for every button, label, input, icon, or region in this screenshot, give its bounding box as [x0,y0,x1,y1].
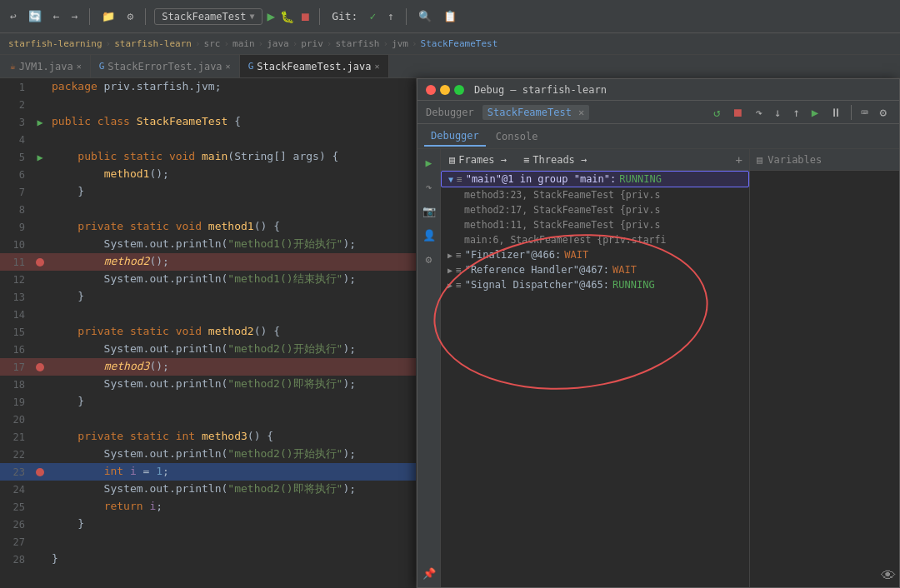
breakpoint-11[interactable] [36,258,44,267]
run-config[interactable]: StackFeameTest ▼ [154,8,262,25]
add-thread-button[interactable]: + [736,153,742,167]
back-icon[interactable]: ← [50,8,63,24]
stop-button[interactable]: ⏹ [299,10,311,23]
bc-priv[interactable]: priv [301,38,323,49]
bc-file[interactable]: StackFeameTest [421,38,498,49]
code-editor[interactable]: 1 package priv.starfish.jvm; 2 3 ▶ publi… [0,78,417,588]
variables-content [750,171,899,563]
code-line-15: 15 private static void method2() { [0,323,416,341]
thread-finalizer[interactable]: ▶ ≡ "Finalizer"@466: WAIT [441,247,749,262]
debug-button[interactable]: 🐛 [280,10,294,23]
watches-toggle-icon[interactable]: 👁 [881,566,896,584]
search-icon[interactable]: 🔍 [415,8,435,24]
debug-settings-icon[interactable]: ⚙ [876,104,891,121]
frame-main-text: main:6, StackFeameTest {priv.starfi [464,234,666,246]
debug-side-pin-icon[interactable]: 📌 [420,565,438,582]
bc-project[interactable]: starfish-learn [114,38,192,49]
code-line-26: 26 } [0,516,416,533]
code-line-20: 20 [0,411,416,428]
code-line-13: 13 } [0,288,416,306]
frame-main[interactable]: main:6, StackFeameTest {priv.starfi [441,232,749,247]
thread-main[interactable]: ▼ ≡ "main"@1 in group "main": RUNNING [441,171,749,187]
undo-icon[interactable]: ↩ [7,8,20,24]
debug-session-tab[interactable]: StackFeameTest ✕ [482,105,589,120]
thread-sigdispatcher[interactable]: ▶ ≡ "Signal Dispatcher"@465: RUNNING [441,277,749,292]
settings-icon[interactable]: ⚙ [123,8,137,24]
file-tabs: ☕ JVM1.java ✕ G StackErrorTest.java ✕ G … [0,55,900,78]
git-update[interactable]: ↑ [384,8,398,24]
tab-frames[interactable]: ▤ Frames → [448,151,508,169]
bc-java[interactable]: java [267,38,289,49]
bc-root[interactable]: starfish-learning [8,38,102,49]
tab-stackerror[interactable]: G StackErrorTest.java ✕ [91,55,240,77]
debug-step-out-icon[interactable]: ↑ [788,104,803,121]
bc-jvm[interactable]: jvm [392,38,408,49]
close-traffic-light[interactable] [426,85,436,95]
sep2 [145,8,146,25]
thread-refhandler-eq: ≡ [456,265,462,276]
tab-stackfeame[interactable]: G StackFeameTest.java ✕ [240,55,389,77]
debug-side-camera-icon[interactable]: 📷 [420,202,438,220]
session-close-icon[interactable]: ✕ [578,107,584,118]
close-tab-stackerror[interactable]: ✕ [226,62,231,71]
bc-main[interactable]: main [232,38,255,49]
frames-icon: ▤ [449,154,455,166]
frame-method1-text: method1:11, StackFeameTest {priv.s [464,219,660,231]
code-line-3: 3 ▶ public class StackFeameTest { [0,113,416,131]
debug-side-step-icon[interactable]: ↷ [423,178,435,196]
close-tab-jvm1[interactable]: ✕ [77,62,82,71]
debug-evaluate-icon[interactable]: ⌨ [857,104,872,121]
sep4 [406,8,407,25]
tab-jvm1[interactable]: ☕ JVM1.java ✕ [2,55,91,77]
thread-sigdispatcher-expand[interactable]: ▶ [448,281,452,290]
debug-session-header: Debugger StackFeameTest ✕ ↺ ⏹ ↷ ↓ ↑ ▶ ⏸ … [418,101,899,124]
folder-icon[interactable]: 📁 [98,8,118,24]
frame-method1[interactable]: method1:11, StackFeameTest {priv.s [441,217,749,232]
code-line-5: 5 ▶ public static void main(String[] arg… [0,148,416,166]
layout-icon[interactable]: 📋 [440,8,460,24]
tab-console[interactable]: Console [489,127,545,146]
breakpoint-23[interactable] [36,468,44,476]
run-button[interactable]: ▶ [268,8,276,24]
thread-refhandler[interactable]: ▶ ≡ "Reference Handler"@467: WAIT [441,262,749,277]
code-line-17: 17 method3(); [0,358,416,376]
maximize-traffic-light[interactable] [454,85,464,95]
tab-debugger[interactable]: Debugger [424,127,486,147]
debug-titlebar: Debug – starfish-learn [418,79,899,101]
frame-method2[interactable]: method2:17, StackFeameTest {priv.s [441,202,749,217]
traffic-lights [426,85,464,95]
code-line-22: 22 System.out.println("method2()开始执行"); [0,446,416,463]
code-line-28: 28 } [0,551,416,568]
code-lines: 1 package priv.starfish.jvm; 2 3 ▶ publi… [0,78,416,568]
refresh-icon[interactable]: 🔄 [25,8,45,24]
thread-finalizer-expand[interactable]: ▶ [448,251,452,260]
bc-src[interactable]: src [204,38,221,49]
thread-refhandler-expand[interactable]: ▶ [448,266,452,275]
tab-threads[interactable]: ≡ Threads → [522,151,588,169]
variables-header: ▤ Variables [750,149,899,171]
debug-stop-icon[interactable]: ⏹ [728,104,748,121]
forward-icon[interactable]: → [68,8,82,24]
debug-step-over-icon[interactable]: ↷ [751,104,766,121]
thread-finalizer-eq: ≡ [456,250,462,261]
frame-method3[interactable]: method3:23, StackFeameTest {priv.s [441,187,749,202]
debug-pause-icon[interactable]: ⏸ [826,104,846,121]
minimize-traffic-light[interactable] [440,85,450,95]
breakpoint-17[interactable] [36,363,44,371]
close-tab-stackfeame[interactable]: ✕ [375,62,380,71]
code-line-23: 23 int i = 1; [0,463,416,481]
git-checkmark[interactable]: ✓ [366,8,379,24]
code-line-10: 10 System.out.println("method1()开始执行"); [0,236,416,253]
tab-jvm1-label: JVM1.java [19,61,73,72]
debug-side-group-icon[interactable]: 👤 [420,227,438,244]
git-label: Git: [328,8,361,24]
bc-starfish[interactable]: starfish [335,38,379,49]
debug-side-run-icon[interactable]: ▶ [423,154,435,172]
code-line-1: 1 package priv.starfish.jvm; [0,78,416,96]
debug-side-settings-icon[interactable]: ⚙ [423,251,435,268]
thread-main-expand[interactable]: ▼ [448,175,453,184]
debug-step-into-icon[interactable]: ↓ [770,104,785,121]
debug-restart-icon[interactable]: ↺ [709,104,724,121]
g-icon-1: G [99,61,105,72]
debug-resume-icon[interactable]: ▶ [808,104,822,121]
